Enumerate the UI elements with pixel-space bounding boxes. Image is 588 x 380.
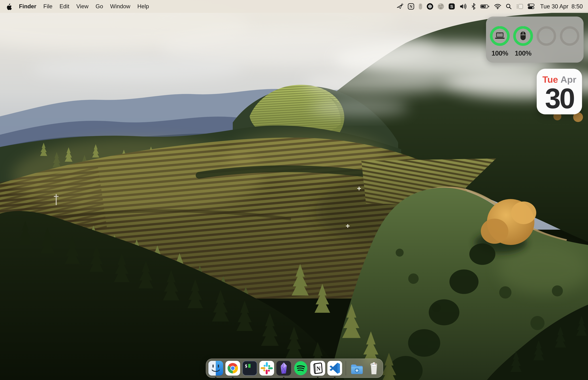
empty-battery-ring — [559, 26, 580, 46]
battery-charging-icon[interactable] — [480, 0, 490, 13]
empty-battery-ring — [536, 26, 557, 46]
finder-icon — [208, 361, 223, 376]
mouse-battery-icon[interactable] — [418, 0, 422, 13]
downloads-folder-icon — [349, 361, 365, 376]
menu-bar: Finder File Edit View Go Window Help N — [0, 0, 588, 13]
menu-item-window[interactable]: Window — [110, 3, 130, 10]
dock-separator — [346, 361, 346, 375]
running-indicator — [232, 377, 233, 378]
running-indicator — [283, 377, 285, 378]
menu-item-edit[interactable]: Edit — [59, 3, 69, 10]
dock-item-downloads-folder[interactable] — [349, 361, 365, 376]
laptop-icon — [495, 33, 505, 39]
vscode-icon — [327, 361, 342, 376]
globe-icon[interactable] — [437, 0, 444, 13]
calendar-widget[interactable]: Tue Apr 30 — [537, 69, 582, 114]
mouse-battery-percent: 100% — [512, 49, 534, 57]
dock: $ — [206, 359, 383, 378]
volume-icon[interactable] — [459, 0, 467, 13]
menu-item-go[interactable]: Go — [95, 3, 103, 10]
slack-icon — [259, 361, 274, 376]
waveform-icon[interactable] — [427, 0, 433, 13]
clock-date: Tue 30 Apr — [540, 3, 569, 10]
battery-widget[interactable]: 100% 100% — [486, 17, 584, 63]
macbook-battery-percent: 100% — [488, 49, 511, 57]
menu-item-app-name[interactable]: Finder — [19, 3, 36, 10]
menu-item-file[interactable]: File — [43, 3, 53, 10]
calendar-day: 30 — [545, 85, 574, 112]
spotify-icon — [293, 361, 308, 376]
clock-time: 8:50 — [571, 3, 583, 10]
dock-item-finder[interactable] — [208, 361, 223, 376]
notion-status-icon[interactable]: N — [408, 0, 414, 13]
mouse-battery-ring — [513, 26, 533, 46]
running-indicator — [215, 377, 216, 378]
chrome-icon — [225, 361, 240, 376]
running-indicator — [317, 377, 319, 378]
menu-bar-left: Finder File Edit View Go Window Help — [0, 0, 149, 13]
svg-text:N: N — [409, 4, 412, 9]
menu-item-view[interactable]: View — [76, 3, 89, 10]
menu-item-help[interactable]: Help — [137, 3, 149, 10]
stats-icon[interactable]: S — [448, 0, 455, 13]
apple-menu[interactable] — [6, 0, 12, 13]
dock-item-slack[interactable] — [259, 361, 274, 376]
notion-icon: N — [310, 361, 325, 376]
dock-item-obsidian[interactable] — [276, 361, 291, 376]
desktop: ​ — [0, 0, 588, 380]
paper-plane-icon[interactable] — [397, 0, 403, 13]
dock-item-chrome[interactable] — [225, 361, 240, 376]
dock-item-notion[interactable]: N — [310, 361, 325, 376]
dock-item-terminal[interactable]: $ — [242, 361, 257, 376]
bluetooth-icon[interactable] — [471, 0, 476, 13]
trash-full-icon — [366, 361, 381, 376]
apple-logo-icon — [6, 3, 12, 10]
svg-text:$: $ — [245, 363, 247, 368]
macbook-battery-ring — [490, 26, 510, 46]
dock-item-trash[interactable] — [366, 361, 381, 376]
terminal-icon: $ — [242, 361, 257, 376]
running-indicator — [334, 377, 336, 378]
wifi-icon[interactable] — [494, 0, 501, 13]
dock-item-spotify[interactable] — [293, 361, 308, 376]
control-center-icon[interactable] — [528, 0, 534, 13]
mouse-icon — [520, 32, 526, 40]
spotlight-search-icon[interactable] — [506, 0, 512, 13]
svg-text:S: S — [450, 4, 453, 9]
stage-manager-icon[interactable] — [516, 0, 523, 13]
menu-bar-status-area: N — [397, 0, 588, 13]
svg-text:N: N — [316, 365, 321, 372]
dock-item-vscode[interactable] — [327, 361, 342, 376]
menu-bar-clock[interactable]: Tue 30 Apr 8:50 — [540, 3, 583, 10]
obsidian-icon — [276, 361, 291, 376]
